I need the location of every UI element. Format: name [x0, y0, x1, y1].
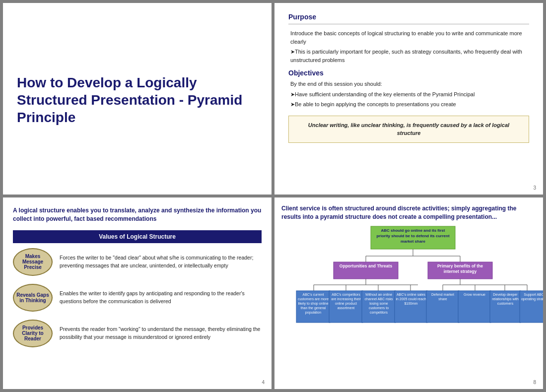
slide-number: 4	[262, 380, 265, 385]
values-row-1: Makes Message Precise Forces the writer …	[13, 248, 262, 276]
objectives-heading: Objectives	[288, 69, 529, 77]
values-table-title: Values of Logical Structure	[13, 230, 262, 243]
slide3-header: A logical structure enables you to trans…	[13, 206, 262, 223]
obj-bullet2: ➤Be able to begin applying the concepts …	[288, 100, 529, 109]
slide-1-title: How to Develop a Logically Structured Pr…	[17, 74, 258, 126]
pyramid-tree: ABC should go online and its first prior…	[281, 226, 536, 347]
tree-svg: ABC should go online and its first prior…	[281, 226, 543, 345]
values-row-3: Provides Clarity to Reader Prevents the …	[13, 320, 262, 347]
quote-box: Unclear writing, like unclear thinking, …	[288, 116, 529, 143]
row1-label: Makes Message Precise	[13, 248, 53, 276]
row2-text: Enables the writer to identify gaps by a…	[60, 290, 262, 306]
slide-4: Client service is often structured aroun…	[274, 197, 543, 389]
slide-1: How to Develop a Logically Structured Pr…	[3, 3, 272, 195]
obj-bullet1: ➤Have sufficient understanding of the ke…	[288, 90, 529, 99]
values-row-2: Reveals Gaps in Thinking Enables the wri…	[13, 284, 262, 312]
purpose-bullet1: ➤This is particularly important for peop…	[288, 48, 529, 64]
slide4-header: Client service is often structured aroun…	[281, 204, 536, 221]
objectives-intro: By the end of this session you should:	[288, 80, 529, 88]
purpose-text: Introduce the basic concepts of logical …	[288, 29, 529, 46]
row3-label: Provides Clarity to Reader	[13, 320, 53, 347]
slide-3: A logical structure enables you to trans…	[3, 197, 272, 389]
values-table: Values of Logical Structure Makes Messag…	[13, 230, 262, 347]
slide-2: Purpose Introduce the basic concepts of …	[274, 3, 543, 195]
quote-text: Unclear writing, like unclear thinking, …	[296, 121, 522, 137]
slide-number: 8	[533, 380, 536, 385]
objectives-section: Objectives By the end of this session yo…	[288, 69, 529, 109]
row3-text: Prevents the reader from "working" to un…	[60, 326, 262, 341]
purpose-heading: Purpose	[288, 13, 529, 21]
purpose-divider	[288, 24, 529, 24]
row2-label: Reveals Gaps in Thinking	[13, 284, 53, 312]
row1-text: Forces the writer to be "dead clear" abo…	[60, 254, 262, 270]
slide-number: 3	[533, 185, 536, 191]
